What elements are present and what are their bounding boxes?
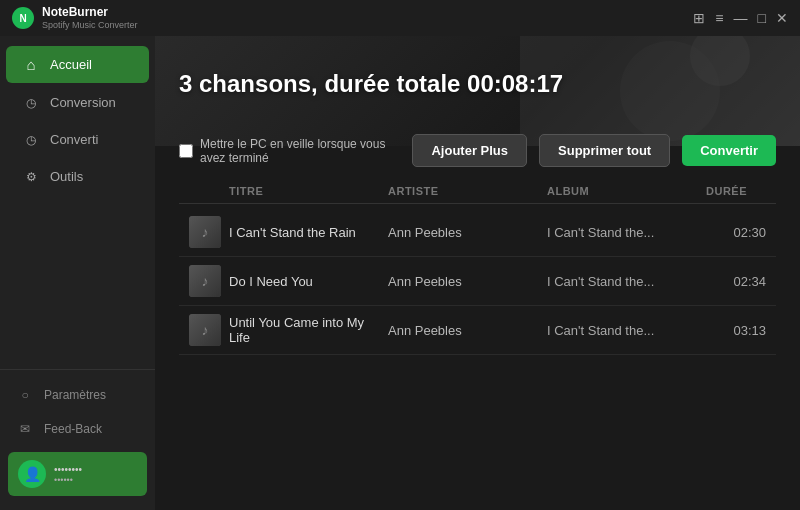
app-title: NoteBurner [42,5,138,19]
track-thumbnail-2 [189,265,221,297]
track-artist-1: Ann Peebles [388,225,547,240]
convert-button[interactable]: Convertir [682,135,776,166]
sidebar-item-label-accueil: Accueil [50,57,92,72]
mail-icon: ✉ [16,422,34,436]
sidebar: ⌂ Accueil ◷ Conversion ◷ Converti ⚙ Outi… [0,36,155,510]
sidebar-item-label-outils: Outils [50,169,83,184]
user-profile[interactable]: 👤 •••••••• •••••• [8,452,147,496]
controls-bar: Mettre le PC en veille lorsque vous avez… [155,126,800,179]
track-thumbnail-3 [189,314,221,346]
track-album-3: I Can't Stand the... [547,323,706,338]
logo-letter: N [19,13,26,24]
thumb-art-1 [189,216,221,248]
track-title-2: Do I Need You [229,274,388,289]
sidebar-item-parametres[interactable]: ○ Paramètres [0,378,155,412]
col-artiste: ARTISTE [388,185,547,197]
conversion-icon: ◷ [22,96,40,110]
title-bar-right: ⊞ ≡ — □ ✕ [693,10,788,26]
converti-icon: ◷ [22,133,40,147]
sleep-option: Mettre le PC en veille lorsque vous avez… [179,137,400,165]
track-table: TITRE ARTISTE ALBUM DURÉE I Can't Stand … [155,179,800,510]
app-logo: N [12,7,34,29]
maximize-icon[interactable]: □ [758,10,766,26]
sidebar-item-label-feedback: Feed-Back [44,422,102,436]
avatar-icon: 👤 [24,466,41,482]
sidebar-item-accueil[interactable]: ⌂ Accueil [6,46,149,83]
track-duration-3: 03:13 [706,323,766,338]
track-duration-2: 02:34 [706,274,766,289]
home-icon: ⌂ [22,56,40,73]
tools-icon: ⚙ [22,170,40,184]
track-title-1: I Can't Stand the Rain [229,225,388,240]
close-icon[interactable]: ✕ [776,10,788,26]
delete-button[interactable]: Supprimer tout [539,134,670,167]
sidebar-item-label-conversion: Conversion [50,95,116,110]
table-row[interactable]: Until You Came into My Life Ann Peebles … [179,306,776,355]
app-name-block: NoteBurner Spotify Music Converter [42,5,138,30]
sleep-label: Mettre le PC en veille lorsque vous avez… [200,137,400,165]
sidebar-item-outils[interactable]: ⚙ Outils [6,159,149,194]
songs-summary: 3 chansons, durée totale 00:08:17 [179,70,776,98]
content-area: 3 chansons, durée totale 00:08:17 Mettre… [155,36,800,510]
table-row[interactable]: Do I Need You Ann Peebles I Can't Stand … [179,257,776,306]
thumb-art-3 [189,314,221,346]
settings-icon: ○ [16,388,34,402]
avatar: 👤 [18,460,46,488]
title-bar: N NoteBurner Spotify Music Converter ⊞ ≡… [0,0,800,36]
add-button[interactable]: Ajouter Plus [412,134,527,167]
user-status: •••••• [54,475,137,485]
sidebar-item-label-converti: Converti [50,132,98,147]
sidebar-item-label-parametres: Paramètres [44,388,106,402]
track-album-2: I Can't Stand the... [547,274,706,289]
title-bar-left: N NoteBurner Spotify Music Converter [12,5,138,30]
sidebar-item-converti[interactable]: ◷ Converti [6,122,149,157]
table-row[interactable]: I Can't Stand the Rain Ann Peebles I Can… [179,208,776,257]
table-header: TITRE ARTISTE ALBUM DURÉE [179,179,776,204]
track-title-3: Until You Came into My Life [229,315,388,345]
col-album: ALBUM [547,185,706,197]
sidebar-bottom: ○ Paramètres ✉ Feed-Back 👤 •••••••• ••••… [0,369,155,510]
sidebar-item-conversion[interactable]: ◷ Conversion [6,85,149,120]
app-subtitle: Spotify Music Converter [42,20,138,31]
user-info: •••••••• •••••• [54,464,137,485]
grid-icon[interactable]: ⊞ [693,10,705,26]
menu-icon[interactable]: ≡ [715,10,723,26]
track-artist-2: Ann Peebles [388,274,547,289]
user-name: •••••••• [54,464,137,475]
thumb-art-2 [189,265,221,297]
track-artist-3: Ann Peebles [388,323,547,338]
sleep-checkbox[interactable] [179,144,193,158]
header-section: 3 chansons, durée totale 00:08:17 [155,36,800,126]
track-thumbnail-1 [189,216,221,248]
minimize-icon[interactable]: — [734,10,748,26]
col-titre: TITRE [229,185,388,197]
col-duree: DURÉE [706,185,766,197]
sidebar-nav: ⌂ Accueil ◷ Conversion ◷ Converti ⚙ Outi… [0,36,155,369]
sidebar-item-feedback[interactable]: ✉ Feed-Back [0,412,155,446]
col-thumb [189,185,229,197]
track-album-1: I Can't Stand the... [547,225,706,240]
main-layout: ⌂ Accueil ◷ Conversion ◷ Converti ⚙ Outi… [0,36,800,510]
track-duration-1: 02:30 [706,225,766,240]
